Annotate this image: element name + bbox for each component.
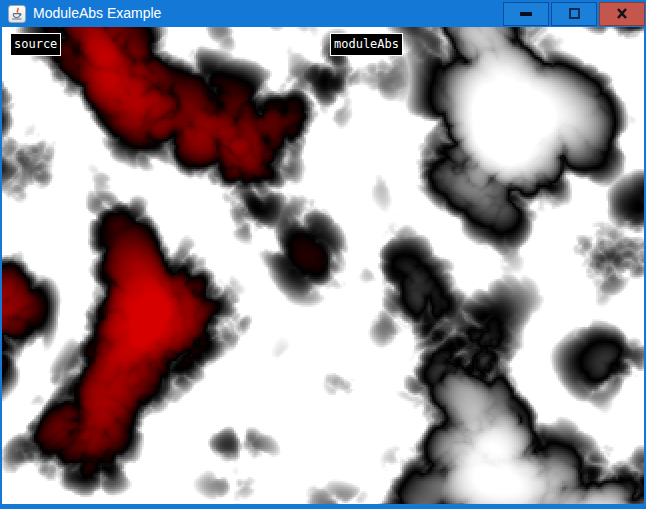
close-icon xyxy=(615,7,629,20)
titlebar[interactable]: ModuleAbs Example xyxy=(0,0,646,27)
panel-label-moduleabs: moduleAbs xyxy=(330,33,403,56)
content-area: source moduleAbs xyxy=(2,27,644,504)
maximize-button[interactable] xyxy=(551,2,597,26)
app-window: ModuleAbs Example source moduleAbs xyxy=(0,0,646,509)
window-controls xyxy=(503,2,645,26)
minimize-button[interactable] xyxy=(503,2,549,26)
java-icon[interactable] xyxy=(8,5,26,23)
maximize-icon xyxy=(569,8,580,19)
close-button[interactable] xyxy=(599,2,645,26)
noise-texture-canvas xyxy=(2,27,644,504)
minimize-icon xyxy=(520,12,532,16)
java-coffee-cup-icon xyxy=(10,7,24,21)
panel-label-source: source xyxy=(10,33,61,56)
window-title: ModuleAbs Example xyxy=(33,0,161,27)
